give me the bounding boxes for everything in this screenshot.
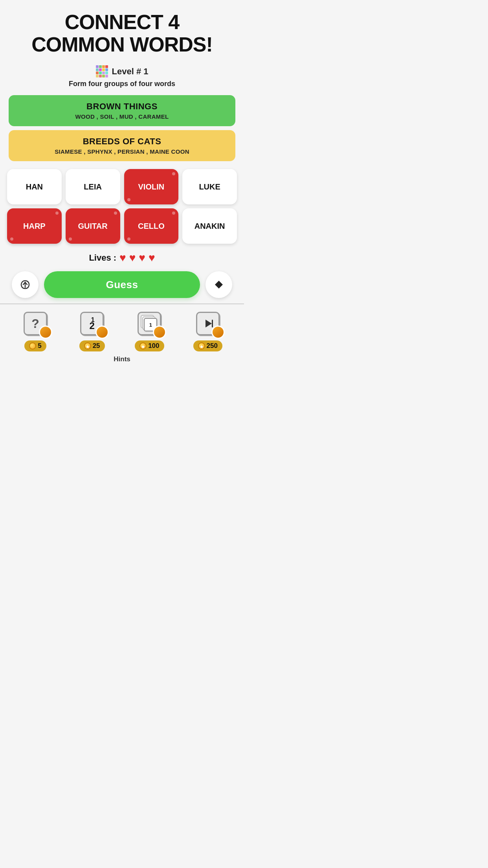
shuffle-button[interactable] <box>12 271 39 298</box>
play-icon <box>202 318 213 329</box>
action-row: Guess <box>0 268 244 303</box>
hint-cost-4: 250 <box>193 340 222 351</box>
svg-marker-1 <box>215 281 223 289</box>
word-grid: HANLEIAVIOLINLUKEHARPGUITARCELLOANAKIN <box>0 165 244 246</box>
orange-blob-2 <box>95 326 109 339</box>
solved-group-yellow: BREEDS OF CATS SIAMESE , SPHYNX , PERSIA… <box>9 130 235 161</box>
orange-blob-4 <box>211 326 225 339</box>
hint-item-2[interactable]: 1 2 25 <box>78 310 106 351</box>
hint-icon-play <box>194 310 222 337</box>
main-title: CONNECT 4 COMMON WORDS! <box>12 11 232 56</box>
hint-icon-12: 1 2 <box>78 310 106 337</box>
solved-group-title-yellow: BREEDS OF CATS <box>17 136 227 147</box>
heart-3: ♥ <box>139 252 145 264</box>
hint-cost-3: 100 <box>135 340 164 351</box>
hint-icon-123: 4 3 1 <box>136 310 163 337</box>
level-section: Level # 1 Form four groups of four words <box>0 62 244 95</box>
hint-cost-1: 5 <box>24 340 46 351</box>
word-tile-luke[interactable]: LUKE <box>182 169 237 204</box>
heart-2: ♥ <box>129 252 136 264</box>
coin-icon-4 <box>198 342 205 349</box>
solved-group-green: BROWN THINGS WOOD , SOIL , MUD , CARAMEL <box>9 95 235 126</box>
lives-label: Lives : <box>89 253 116 263</box>
lives-section: Lives : ♥ ♥ ♥ ♥ <box>0 246 244 268</box>
heart-4: ♥ <box>149 252 155 264</box>
solved-groups: BROWN THINGS WOOD , SOIL , MUD , CARAMEL… <box>0 95 244 161</box>
hints-section: ? 5 1 2 <box>0 303 244 366</box>
coin-icon-1 <box>29 342 36 349</box>
title-section: CONNECT 4 COMMON WORDS! <box>0 0 244 62</box>
level-row: Level # 1 <box>0 65 244 77</box>
solved-group-words-yellow: SIAMESE , SPHYNX , PERSIAN , MAINE COON <box>17 148 227 155</box>
level-subtitle: Form four groups of four words <box>0 77 244 94</box>
orange-blob-3 <box>153 326 166 339</box>
heart-1: ♥ <box>119 252 126 264</box>
guess-button[interactable]: Guess <box>44 271 200 298</box>
hint-item-3[interactable]: 4 3 1 100 <box>135 310 164 351</box>
erase-button[interactable] <box>205 271 232 298</box>
grid-icon <box>96 65 108 77</box>
hint-cost-2: 25 <box>79 340 105 351</box>
hints-label: Hints <box>114 355 130 366</box>
coin-icon-2 <box>84 342 91 349</box>
hints-row: ? 5 1 2 <box>0 310 244 355</box>
hint-icon-question: ? <box>22 310 49 337</box>
word-tile-cello[interactable]: CELLO <box>124 208 179 244</box>
word-tile-guitar[interactable]: GUITAR <box>66 208 120 244</box>
word-tile-han[interactable]: HAN <box>7 169 62 204</box>
svg-marker-2 <box>205 320 212 327</box>
word-tile-leia[interactable]: LEIA <box>66 169 120 204</box>
hint-item-1[interactable]: ? 5 <box>22 310 49 351</box>
main-page: CONNECT 4 COMMON WORDS! Level # 1 Form f… <box>0 0 244 373</box>
coin-icon-3 <box>139 342 147 349</box>
svg-rect-3 <box>212 320 213 327</box>
orange-blob-1 <box>39 326 52 339</box>
solved-group-words-green: WOOD , SOIL , MUD , CARAMEL <box>17 113 227 120</box>
word-tile-harp[interactable]: HARP <box>7 208 62 244</box>
level-label: Level # 1 <box>112 66 149 77</box>
solved-group-title-green: BROWN THINGS <box>17 101 227 112</box>
word-tile-violin[interactable]: VIOLIN <box>124 169 179 204</box>
hint-item-4[interactable]: 250 <box>193 310 222 351</box>
word-tile-anakin[interactable]: ANAKIN <box>182 208 237 244</box>
